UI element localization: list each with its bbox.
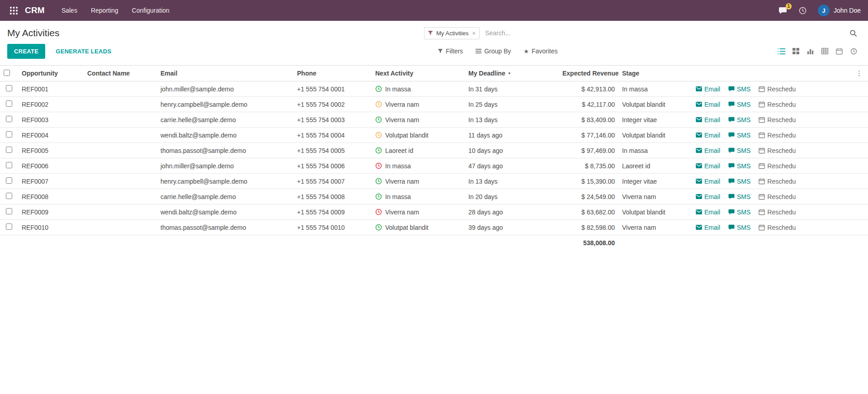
reschedule-action-button[interactable]: Reschedule xyxy=(759,224,796,231)
email-action-button[interactable]: Email xyxy=(696,209,720,216)
search-input[interactable]: Search... xyxy=(485,29,848,37)
create-button[interactable]: CREATE xyxy=(7,44,45,59)
table-row[interactable]: REF0002 henry.campbell@sample.demo +1 55… xyxy=(0,97,868,112)
app-name[interactable]: CRM xyxy=(25,5,45,15)
menu-configuration[interactable]: Configuration xyxy=(125,3,176,18)
pivot-view-icon[interactable] xyxy=(817,44,832,58)
apps-menu-icon[interactable] xyxy=(7,4,20,17)
row-checkbox-cell[interactable] xyxy=(0,97,18,112)
row-checkbox-cell[interactable] xyxy=(0,143,18,158)
sms-action-button[interactable]: SMS xyxy=(728,132,750,139)
row-checkbox-cell[interactable] xyxy=(0,158,18,174)
sms-action-button[interactable]: SMS xyxy=(728,209,750,216)
sms-action-button[interactable]: SMS xyxy=(728,85,750,93)
reschedule-action-button[interactable]: Reschedule xyxy=(759,178,796,185)
select-all-checkbox[interactable] xyxy=(4,70,10,76)
email-action-button[interactable]: Email xyxy=(696,162,720,170)
sms-action-button[interactable]: SMS xyxy=(728,193,750,200)
column-contact-name[interactable]: Contact Name xyxy=(84,66,157,81)
row-checkbox-cell[interactable] xyxy=(0,112,18,128)
generate-leads-button[interactable]: GENERATE LEADS xyxy=(49,44,118,59)
next-activity-label: Viverra nam xyxy=(385,116,419,123)
row-checkbox[interactable] xyxy=(6,131,12,138)
table-row[interactable]: REF0001 john.miller@sample.demo +1 555 7… xyxy=(0,81,868,97)
sms-action-button[interactable]: SMS xyxy=(728,224,750,231)
cell-contact-name xyxy=(84,174,157,189)
facet-remove-icon[interactable]: × xyxy=(469,30,480,36)
row-checkbox-cell[interactable] xyxy=(0,204,18,220)
user-menu[interactable]: J John Doe xyxy=(818,5,861,16)
list-view-icon[interactable] xyxy=(774,44,788,58)
reschedule-action-button[interactable]: Reschedule xyxy=(759,193,796,200)
row-checkbox-cell[interactable] xyxy=(0,174,18,189)
row-checkbox-cell[interactable] xyxy=(0,220,18,235)
table-row[interactable]: REF0003 carrie.helle@sample.demo +1 555 … xyxy=(0,112,868,128)
row-checkbox[interactable] xyxy=(6,223,12,230)
menu-reporting[interactable]: Reporting xyxy=(84,3,125,18)
reschedule-action-button[interactable]: Reschedule xyxy=(759,85,796,93)
column-opportunity[interactable]: Opportunity xyxy=(18,66,84,81)
search-bar[interactable]: My Activities × Search... xyxy=(424,27,861,39)
calendar-view-icon[interactable] xyxy=(832,44,846,58)
email-action-label: Email xyxy=(704,85,720,93)
messages-icon[interactable]: 1 xyxy=(774,4,791,17)
row-checkbox-cell[interactable] xyxy=(0,189,18,204)
search-icon[interactable] xyxy=(848,28,859,39)
email-action-button[interactable]: Email xyxy=(696,193,720,200)
favorites-button[interactable]: ★ Favorites xyxy=(524,47,557,55)
table-row[interactable]: REF0004 wendi.baltz@sample.demo +1 555 7… xyxy=(0,128,868,143)
select-all-cell[interactable] xyxy=(0,66,18,81)
table-row[interactable]: REF0007 henry.campbell@sample.demo +1 55… xyxy=(0,174,868,189)
group-by-button[interactable]: Group By xyxy=(476,47,511,55)
reschedule-action-button[interactable]: Reschedule xyxy=(759,162,796,170)
activities-clock-icon[interactable] xyxy=(795,4,811,17)
email-action-button[interactable]: Email xyxy=(696,224,720,231)
email-action-button[interactable]: Email xyxy=(696,85,720,93)
column-stage[interactable]: Stage xyxy=(618,66,692,81)
cell-email: john.miller@sample.demo xyxy=(157,158,293,174)
column-my-deadline[interactable]: My Deadline▼ xyxy=(465,66,559,81)
filter-icon xyxy=(438,48,443,54)
reschedule-action-button[interactable]: Reschedule xyxy=(759,147,796,154)
email-action-button[interactable]: Email xyxy=(696,116,720,123)
menu-sales[interactable]: Sales xyxy=(55,3,84,18)
row-checkbox[interactable] xyxy=(6,208,12,214)
table-row[interactable]: REF0006 john.miller@sample.demo +1 555 7… xyxy=(0,158,868,174)
reschedule-action-button[interactable]: Reschedule xyxy=(759,101,796,108)
row-checkbox[interactable] xyxy=(6,162,12,168)
sms-action-button[interactable]: SMS xyxy=(728,116,750,123)
email-action-button[interactable]: Email xyxy=(696,178,720,185)
table-row[interactable]: REF0008 carrie.helle@sample.demo +1 555 … xyxy=(0,189,868,204)
row-checkbox[interactable] xyxy=(6,147,12,153)
activity-view-icon[interactable] xyxy=(846,44,861,58)
row-checkbox[interactable] xyxy=(6,177,12,184)
table-row[interactable]: REF0009 wendi.baltz@sample.demo +1 555 7… xyxy=(0,204,868,220)
column-phone[interactable]: Phone xyxy=(293,66,372,81)
kanban-view-icon[interactable] xyxy=(788,44,803,58)
optional-columns-icon[interactable]: ⋮ xyxy=(854,69,864,77)
sms-action-button[interactable]: SMS xyxy=(728,178,750,185)
reschedule-action-button[interactable]: Reschedule xyxy=(759,116,796,123)
filters-button[interactable]: Filters xyxy=(438,47,463,55)
row-checkbox[interactable] xyxy=(6,85,12,91)
row-checkbox-cell[interactable] xyxy=(0,128,18,143)
row-checkbox[interactable] xyxy=(6,116,12,122)
reschedule-action-button[interactable]: Reschedule xyxy=(759,132,796,139)
email-action-button[interactable]: Email xyxy=(696,147,720,154)
email-action-button[interactable]: Email xyxy=(696,132,720,139)
column-expected-revenue[interactable]: Expected Revenue xyxy=(559,66,618,81)
sms-action-button[interactable]: SMS xyxy=(728,162,750,170)
reschedule-action-button[interactable]: Reschedule xyxy=(759,209,796,216)
cell-contact-name xyxy=(84,97,157,112)
sms-action-button[interactable]: SMS xyxy=(728,147,750,154)
table-row[interactable]: REF0010 thomas.passot@sample.demo +1 555… xyxy=(0,220,868,235)
table-row[interactable]: REF0005 thomas.passot@sample.demo +1 555… xyxy=(0,143,868,158)
email-action-button[interactable]: Email xyxy=(696,101,720,108)
row-checkbox-cell[interactable] xyxy=(0,81,18,97)
sms-action-button[interactable]: SMS xyxy=(728,101,750,108)
row-checkbox[interactable] xyxy=(6,100,12,107)
row-checkbox[interactable] xyxy=(6,193,12,199)
column-next-activity[interactable]: Next Activity xyxy=(372,66,465,81)
graph-view-icon[interactable] xyxy=(803,44,817,58)
column-email[interactable]: Email xyxy=(157,66,293,81)
